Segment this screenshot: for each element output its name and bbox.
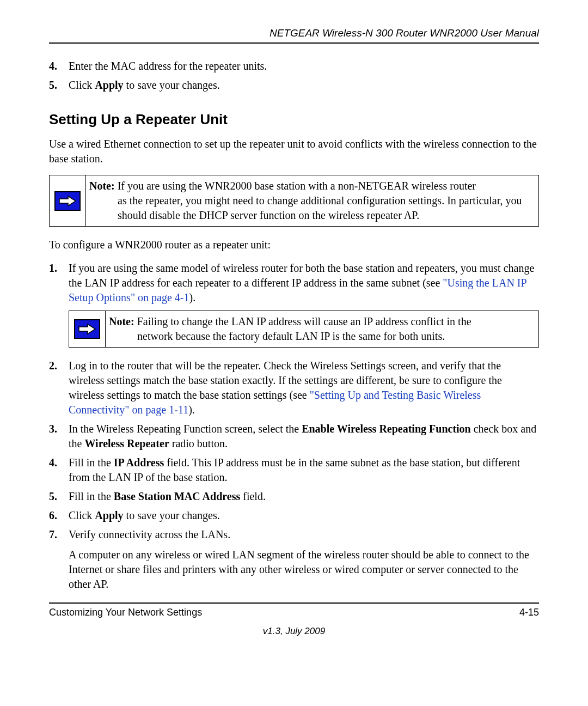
list-number: 7. xyxy=(49,527,69,592)
list-item: 3. In the Wireless Repeating Function sc… xyxy=(49,422,539,451)
note-text: Note: If you are using the WNR2000 base … xyxy=(86,175,538,226)
list-number: 3. xyxy=(49,422,69,451)
svg-marker-0 xyxy=(59,196,76,206)
note-icon-cell xyxy=(50,175,86,226)
continuation-list: 4. Enter the MAC address for the repeate… xyxy=(49,59,539,93)
list-text: If you are using the same model of wirel… xyxy=(69,261,539,305)
svg-marker-1 xyxy=(79,324,95,334)
list-text: Fill in the Base Station MAC Address fie… xyxy=(69,489,539,504)
list-item: 5. Fill in the Base Station MAC Address … xyxy=(49,489,539,504)
list-text: In the Wireless Repeating Function scree… xyxy=(69,422,539,451)
config-lead: To configure a WNR2000 router as a repea… xyxy=(49,238,539,252)
section-intro: Use a wired Ethernet connection to set u… xyxy=(49,137,539,166)
list-number: 2. xyxy=(49,358,69,417)
footer-rule xyxy=(49,602,539,604)
note-box: Note: If you are using the WNR2000 base … xyxy=(49,175,539,227)
arrow-icon xyxy=(54,191,81,211)
list-item: 4. Fill in the IP Address field. This IP… xyxy=(49,455,539,485)
list-number: 5. xyxy=(49,78,69,93)
page-header-title: NETGEAR Wireless-N 300 Router WNR2000 Us… xyxy=(49,27,539,39)
list-text: Enter the MAC address for the repeater u… xyxy=(69,59,539,74)
steps-list-continued: 2. Log in to the router that will be the… xyxy=(49,358,539,592)
list-number: 4. xyxy=(49,59,69,74)
header-rule xyxy=(49,42,539,44)
list-number: 4. xyxy=(49,455,69,485)
list-item: 1. If you are using the same model of wi… xyxy=(49,261,539,305)
document-page: NETGEAR Wireless-N 300 Router WNR2000 Us… xyxy=(0,0,588,653)
list-item: 6. Click Apply to save your changes. xyxy=(49,508,539,523)
list-item: 2. Log in to the router that will be the… xyxy=(49,358,539,417)
note-box: Note: Failing to change the LAN IP addre… xyxy=(69,311,539,348)
list-item: 5. Click Apply to save your changes. xyxy=(49,78,539,93)
list-text: Fill in the IP Address field. This IP ad… xyxy=(69,455,539,485)
note-icon-cell xyxy=(69,311,106,347)
list-item: 7. Verify connectivity across the LANs. … xyxy=(49,527,539,592)
section-heading: Setting Up a Repeater Unit xyxy=(49,111,539,128)
page-number: 4-15 xyxy=(519,607,539,618)
list-text: Verify connectivity across the LANs. A c… xyxy=(69,527,539,592)
note-label: Note: xyxy=(109,315,134,327)
note-text: Note: Failing to change the LAN IP addre… xyxy=(106,311,476,347)
list-number: 1. xyxy=(49,261,69,305)
list-text: Click Apply to save your changes. xyxy=(69,508,539,523)
sub-paragraph: A computer on any wireless or wired LAN … xyxy=(69,547,539,592)
footer-version: v1.3, July 2009 xyxy=(49,626,539,637)
list-text: Log in to the router that will be the re… xyxy=(69,358,539,417)
list-number: 6. xyxy=(49,508,69,523)
footer-row: Customizing Your Network Settings 4-15 xyxy=(49,607,539,618)
list-item: 4. Enter the MAC address for the repeate… xyxy=(49,59,539,74)
steps-list: 1. If you are using the same model of wi… xyxy=(49,261,539,305)
list-text: Click Apply to save your changes. xyxy=(69,78,539,93)
list-number: 5. xyxy=(49,489,69,504)
note-label: Note: xyxy=(89,180,115,192)
arrow-icon xyxy=(74,319,100,339)
footer-section-title: Customizing Your Network Settings xyxy=(49,607,202,618)
